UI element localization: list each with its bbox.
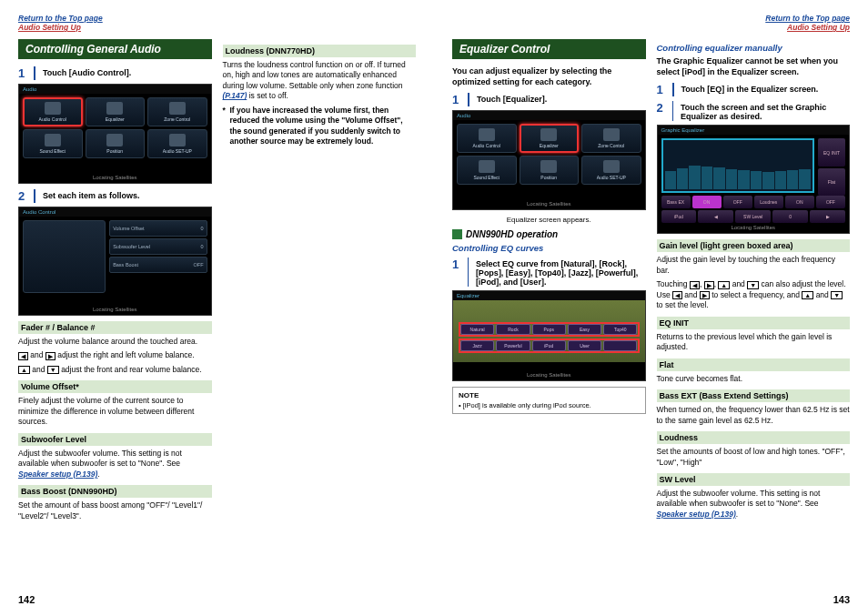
item-header: Volume Offset* <box>18 380 212 393</box>
section-link[interactable]: Audio Setting Up <box>787 23 850 32</box>
note-box: NOTE• [iPod] is available only during iP… <box>452 387 646 414</box>
step-number: 1 <box>18 66 29 80</box>
item-header: SW Level <box>657 473 851 486</box>
item-header: EQ INIT <box>657 317 851 329</box>
speaker-setup-link[interactable]: Speaker setup (P.139) <box>18 470 97 479</box>
screenshot-eq-curves: Equalizer NaturalRockPopsEasyTop40 JazzP… <box>452 290 646 381</box>
page-right: Return to the Top page Audio Setting Up … <box>434 0 868 616</box>
header-left: Return to the Top page Audio Setting Up <box>18 14 416 32</box>
audio-control-cell: Audio Control <box>23 97 83 126</box>
step-text: Set each item as follows. <box>43 189 140 203</box>
right-col2: Controlling equalizer manually The Graph… <box>657 39 851 523</box>
section-link[interactable]: Audio Setting Up <box>18 23 81 32</box>
item-header: Fader # / Balance # <box>18 321 212 334</box>
speaker-setup-link[interactable]: Speaker setup (P.139) <box>657 510 736 519</box>
left-col2: Loudness (DNN770HD) Turns the loudness c… <box>223 39 417 525</box>
item-header: Bass EXT (Bass Extend Settings) <box>657 389 851 402</box>
item-header: Gain level (light green boxed area) <box>657 239 851 252</box>
page-left: Return to the Top page Audio Setting Up … <box>0 0 434 616</box>
sub-sub-title: Controlling EQ curves <box>452 243 646 253</box>
item-header: Loudness <box>657 431 851 444</box>
item-header: Subwoofer Level <box>18 433 212 446</box>
left-col1: Controlling General Audio 1Touch [Audio … <box>18 39 212 525</box>
section-title: Equalizer Control <box>452 39 646 59</box>
intro-text: You can adjust equalizer by selecting th… <box>452 66 646 87</box>
page-number: 142 <box>18 594 35 605</box>
caption: Equalizer screen appears. <box>452 216 646 224</box>
screenshot-audio: Audio Audio Control Equalizer Zone Contr… <box>18 84 212 184</box>
item-text: Adjust the volume balance around the tou… <box>18 337 212 347</box>
return-top-link[interactable]: Return to the Top page <box>18 14 103 23</box>
header-right: Return to the Top page Audio Setting Up <box>452 14 850 32</box>
intro-text: The Graphic Equalizer cannot be set when… <box>657 56 851 77</box>
subsection-title: DNN990HD operation <box>452 229 646 239</box>
warning-note: If you have increased the volume first, … <box>223 106 417 147</box>
step-number: 2 <box>18 189 29 203</box>
screenshot-graphic-eq: Graphic Equalizer EQ INIT Flat Bass EXON… <box>657 125 851 234</box>
item-header: Loudness (DNN770HD) <box>223 45 417 57</box>
sub-sub-title: Controlling equalizer manually <box>657 43 851 53</box>
page-number: 143 <box>833 594 850 605</box>
section-title: Controlling General Audio <box>18 39 212 59</box>
step-text: Touch [Audio Control]. <box>43 66 131 80</box>
right-col1: Equalizer Control You can adjust equaliz… <box>452 39 646 523</box>
equalizer-cell: Equalizer <box>520 124 580 153</box>
screenshot-audio-eq: Audio Audio Control Equalizer Zone Contr… <box>452 110 646 210</box>
return-top-link[interactable]: Return to the Top page <box>765 14 850 23</box>
item-header: Bass Boost (DNN990HD) <box>18 485 212 498</box>
item-header: Flat <box>657 358 851 371</box>
zone-link[interactable]: (P.147) <box>223 91 247 100</box>
screenshot-control: Audio Control Volume Offset0 Subwoofer L… <box>18 207 212 316</box>
